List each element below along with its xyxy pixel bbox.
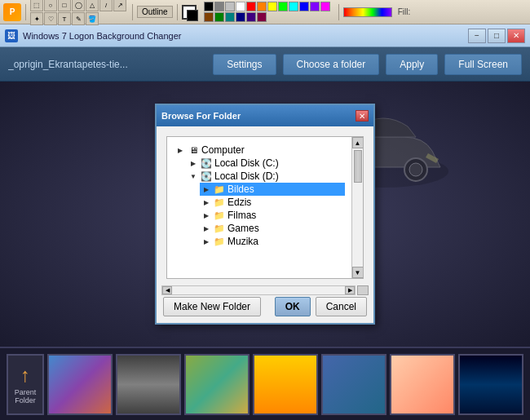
color-indigo[interactable] bbox=[246, 12, 256, 22]
tool-buttons: ⬚ ○ □ ◯ △ / ↗ ✦ ♡ T ✎ 🪣 bbox=[30, 0, 128, 25]
toolbar-separator-3 bbox=[177, 4, 178, 20]
color-box-bg bbox=[182, 5, 197, 20]
tree-indent-c: ▶ 💽 Local Disk (C:) bbox=[174, 157, 345, 170]
thumbnail-4[interactable] bbox=[253, 354, 318, 415]
color-navy[interactable] bbox=[236, 12, 245, 22]
background-title: _oprigin_Ekrantapetes-tie... bbox=[8, 59, 206, 70]
tree-label-local-c: Local Disk (C:) bbox=[214, 157, 279, 169]
tree-item-local-d[interactable]: ▼ 💽 Local Disk (D:) bbox=[187, 170, 345, 183]
hscroll-left[interactable]: ◀ bbox=[162, 286, 172, 294]
folder-tree[interactable]: ▶ 🖥 Computer ▶ 💽 Local Disk (C:) bbox=[174, 144, 345, 272]
color-green[interactable] bbox=[214, 12, 224, 22]
maximize-button[interactable]: □ bbox=[488, 29, 506, 43]
color-red[interactable] bbox=[246, 2, 256, 11]
color-gray[interactable] bbox=[214, 2, 224, 11]
folder-filmas-icon: 📁 bbox=[213, 210, 226, 221]
color-teal[interactable] bbox=[225, 12, 235, 22]
color-silver[interactable] bbox=[225, 2, 235, 11]
dialog-buttons: Make New Folder OK Cancel bbox=[157, 297, 373, 323]
close-button[interactable]: ✕ bbox=[507, 29, 525, 43]
arrow-tool[interactable]: ↗ bbox=[113, 0, 126, 11]
color-purple[interactable] bbox=[310, 2, 320, 11]
full-screen-button[interactable]: Full Screen bbox=[444, 54, 522, 75]
thumbnail-3[interactable] bbox=[184, 354, 250, 415]
cancel-button[interactable]: Cancel bbox=[316, 297, 367, 316]
folder-games-icon: 📁 bbox=[213, 223, 226, 234]
tree-expand-muzika[interactable]: ▶ bbox=[201, 237, 211, 246]
dialog-titlebar: Browse For Folder ✕ bbox=[157, 105, 373, 126]
main-content-area: Browse For Folder ✕ ▶ 🖥 Computer bbox=[0, 82, 530, 347]
tree-item-computer[interactable]: ▶ 🖥 Computer bbox=[174, 144, 345, 157]
make-new-folder-button[interactable]: Make New Folder bbox=[163, 297, 261, 316]
tree-label-muzika: Muzika bbox=[227, 236, 258, 247]
toolbar-separator-4 bbox=[338, 4, 339, 20]
rect-tool[interactable]: □ bbox=[58, 0, 71, 11]
dialog-close-button[interactable]: ✕ bbox=[356, 110, 369, 122]
pen-tool[interactable]: ✎ bbox=[72, 12, 85, 25]
tree-item-muzika[interactable]: ▶ 📁 Muzika bbox=[200, 235, 345, 248]
tree-expand-edzis[interactable]: ▶ bbox=[201, 197, 211, 207]
tree-expand-games[interactable]: ▶ bbox=[201, 223, 211, 233]
tree-indent-d: ▼ 💽 Local Disk (D:) ▶ 📁 Bildes bbox=[174, 170, 345, 248]
color-maroon[interactable] bbox=[257, 12, 267, 22]
settings-button[interactable]: Settings bbox=[213, 54, 276, 75]
text-tool[interactable]: T bbox=[58, 12, 71, 25]
main-button-bar: _oprigin_Ekrantapetes-tie... Settings Ch… bbox=[0, 47, 530, 82]
color-white[interactable] bbox=[236, 2, 245, 11]
tree-item-local-c[interactable]: ▶ 💽 Local Disk (C:) bbox=[187, 157, 345, 170]
thumbnail-5[interactable] bbox=[321, 354, 386, 415]
thumbnail-7[interactable] bbox=[458, 354, 523, 415]
tree-expand-bildes[interactable]: ▶ bbox=[201, 184, 211, 194]
color-black[interactable] bbox=[204, 2, 214, 11]
star-tool[interactable]: ✦ bbox=[30, 12, 43, 25]
tree-item-bildes[interactable]: ▶ 📁 Bildes bbox=[200, 183, 345, 196]
color-orange[interactable] bbox=[257, 2, 267, 11]
outline-button[interactable]: Outline bbox=[137, 6, 173, 18]
apply-button[interactable]: Apply bbox=[386, 54, 438, 75]
tree-item-games[interactable]: ▶ 📁 Games bbox=[200, 222, 345, 235]
parent-folder-label: Parent Folder bbox=[8, 388, 42, 405]
bucket-tool[interactable]: 🪣 bbox=[86, 12, 99, 25]
vertical-scrollbar[interactable]: ▲ ▼ bbox=[351, 137, 363, 278]
lasso-tool[interactable]: ○ bbox=[44, 0, 57, 11]
hscroll-right[interactable]: ▶ bbox=[345, 286, 355, 294]
thumbnail-6[interactable] bbox=[390, 354, 455, 415]
tree-label-local-d: Local Disk (D:) bbox=[214, 170, 279, 182]
color-magenta[interactable] bbox=[320, 2, 330, 11]
toolbar-separator-2 bbox=[132, 4, 133, 20]
thumbnail-2[interactable] bbox=[116, 354, 181, 415]
color-lime[interactable] bbox=[278, 2, 288, 11]
horizontal-scrollbar[interactable]: ◀ ▶ bbox=[161, 285, 356, 295]
triangle-tool[interactable]: △ bbox=[86, 0, 99, 11]
tree-item-edzis[interactable]: ▶ 📁 Edzis bbox=[200, 196, 345, 209]
heart-tool[interactable]: ♡ bbox=[44, 12, 57, 25]
tree-item-filmas[interactable]: ▶ 📁 Filmas bbox=[200, 209, 345, 222]
select-tool[interactable]: ⬚ bbox=[30, 0, 43, 11]
color-yellow[interactable] bbox=[267, 2, 277, 11]
tree-expand-d[interactable]: ▼ bbox=[188, 171, 198, 181]
scroll-up-arrow[interactable]: ▲ bbox=[352, 137, 364, 148]
line-tool[interactable]: / bbox=[99, 0, 113, 11]
dialog-body-wrap: ▶ 🖥 Computer ▶ 💽 Local Disk (C:) bbox=[157, 126, 373, 279]
folder-tree-container: ▶ 🖥 Computer ▶ 💽 Local Disk (C:) bbox=[166, 136, 364, 279]
tree-expand-filmas[interactable]: ▶ bbox=[201, 210, 211, 220]
thumbnail-1[interactable] bbox=[47, 354, 113, 415]
ok-button[interactable]: OK bbox=[275, 297, 311, 316]
gradient-bar[interactable] bbox=[343, 7, 392, 17]
scroll-down-arrow[interactable]: ▼ bbox=[352, 267, 364, 278]
tree-expand-computer[interactable]: ▶ bbox=[175, 145, 185, 155]
paint-app-icon: P bbox=[3, 3, 21, 21]
tree-expand-c[interactable]: ▶ bbox=[188, 158, 198, 168]
toolbar-separator bbox=[25, 4, 26, 20]
scroll-thumb[interactable] bbox=[354, 150, 362, 183]
minimize-button[interactable]: − bbox=[468, 29, 486, 43]
ellipse-tool[interactable]: ◯ bbox=[72, 0, 85, 11]
color-blue[interactable] bbox=[299, 2, 309, 11]
app-icon: 🖼 bbox=[5, 29, 18, 42]
choose-folder-button[interactable]: Choose a folder bbox=[283, 54, 380, 75]
color-cyan[interactable] bbox=[289, 2, 298, 11]
disk-c-icon: 💽 bbox=[200, 157, 213, 169]
parent-folder-button[interactable]: ↑ Parent Folder bbox=[7, 354, 44, 415]
browse-folder-dialog: Browse For Folder ✕ ▶ 🖥 Computer bbox=[155, 104, 375, 325]
color-brown[interactable] bbox=[204, 12, 214, 22]
